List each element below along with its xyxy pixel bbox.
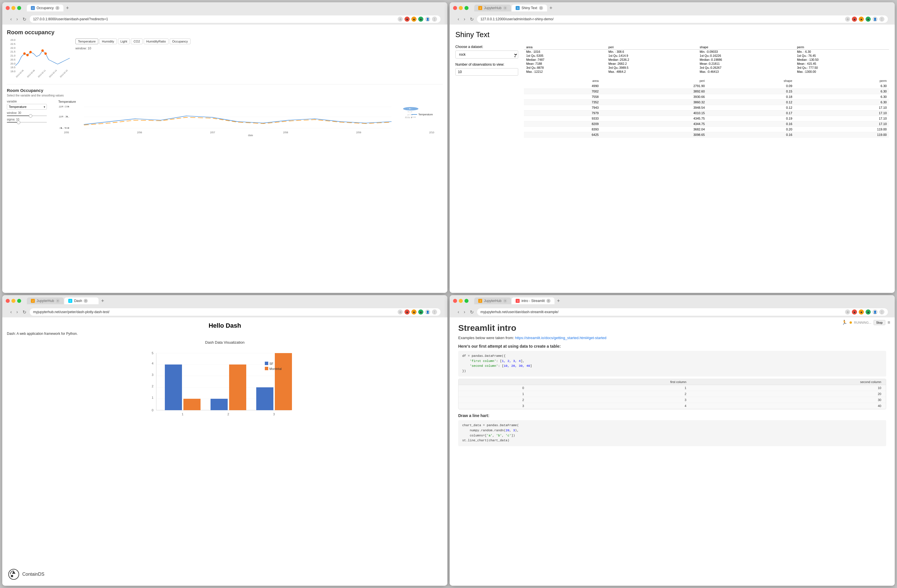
minimize-button-2[interactable]: [459, 6, 463, 10]
close-button-1[interactable]: [6, 6, 10, 10]
svg-text:21: 21: [58, 115, 70, 118]
menu-icon-3[interactable]: ⋮: [432, 309, 437, 315]
menu-icon-4[interactable]: ⋮: [879, 309, 885, 315]
back-button-4[interactable]: ‹: [456, 309, 460, 315]
btn-occupancy[interactable]: Occupancy: [170, 38, 191, 44]
profile-icon-1[interactable]: 👤: [425, 17, 430, 22]
tab-close-occupancy[interactable]: ×: [55, 6, 60, 10]
tab-close-streamlit[interactable]: ×: [546, 299, 551, 303]
back-button-1[interactable]: ‹: [9, 16, 13, 22]
tab-dash[interactable]: D Dash ×: [64, 298, 98, 304]
window-dash: J JupyterHub × D Dash × + ‹ › ↻ myjupyte…: [2, 295, 447, 586]
code-block-2: chart_data = pandas.DataFrame( numpy.ran…: [458, 420, 886, 446]
forward-button-2[interactable]: ›: [462, 16, 466, 22]
tab-close-jh-2[interactable]: ×: [503, 6, 507, 10]
back-button-2[interactable]: ‹: [456, 16, 460, 22]
ext-icon-8: ■: [411, 309, 416, 315]
svg-text:SF: SF: [269, 362, 273, 365]
forward-button-4[interactable]: ›: [462, 309, 466, 315]
variable-select[interactable]: Temperature: [7, 104, 47, 110]
maximize-button-2[interactable]: [464, 6, 468, 10]
btn-temperature[interactable]: Temperature: [75, 38, 98, 44]
btn-humidity[interactable]: Humidity: [99, 38, 117, 44]
new-tab-button-4[interactable]: +: [555, 298, 562, 304]
tab-shiny[interactable]: S Shiny Text ×: [512, 5, 547, 11]
tab-jupyterhub-2[interactable]: J JupyterHub ×: [474, 5, 511, 11]
bookmark-icon-1[interactable]: ☆: [398, 17, 403, 22]
menu-icon-1[interactable]: ⋮: [432, 17, 437, 22]
sigma-slider-thumb[interactable]: [17, 121, 20, 124]
maximize-button-4[interactable]: [464, 299, 468, 303]
new-tab-button-1[interactable]: +: [64, 5, 71, 11]
sigma-slider-track: [7, 122, 47, 123]
svg-rect-30: [184, 399, 201, 410]
new-tab-button-2[interactable]: +: [548, 5, 554, 11]
reload-button-1[interactable]: ↻: [21, 16, 28, 23]
observations-input[interactable]: [455, 68, 518, 76]
addressbar-1: ‹ › ↻ 127.0.0.1:8000/user/dan/dash-panel…: [6, 14, 444, 24]
tab-close-jh-3[interactable]: ×: [56, 299, 60, 303]
traffic-lights-4: [453, 299, 468, 303]
bookmark-icon-2[interactable]: ☆: [845, 17, 850, 22]
forward-button-3[interactable]: ›: [15, 309, 19, 315]
profile-icon-2[interactable]: 👤: [873, 17, 877, 22]
reload-button-2[interactable]: ↻: [469, 16, 475, 23]
dataset-select[interactable]: rock: [455, 50, 518, 58]
tab-occupancy[interactable]: O Occupancy ×: [27, 5, 63, 11]
data-col-perm: perm: [794, 78, 889, 83]
address-input-4[interactable]: myjupyterhub.net/user/dan/dash-streamlit…: [477, 308, 888, 316]
menu-icon-2[interactable]: ⋮: [879, 17, 885, 22]
btn-light[interactable]: Light: [118, 38, 130, 44]
code-block-1: df = pandas.DataFrame({ 'first column': …: [458, 351, 886, 376]
close-button-2[interactable]: [453, 6, 457, 10]
btn-humidity-ratio[interactable]: HumidityRatio: [144, 38, 168, 44]
reload-button-3[interactable]: ↻: [21, 309, 28, 315]
hamburger-icon[interactable]: ≡: [888, 320, 890, 325]
stop-button[interactable]: Stop: [874, 320, 885, 325]
tab-close-shiny[interactable]: ×: [539, 6, 543, 10]
tab-streamlit[interactable]: S intro - Streamlit ×: [512, 298, 554, 304]
bar-chart-svg: 0 1 2 3 4 5: [7, 347, 443, 422]
maximize-button-1[interactable]: [17, 6, 21, 10]
forward-button-1[interactable]: ›: [15, 16, 19, 22]
tab-close-jh-4[interactable]: ×: [503, 299, 507, 303]
svg-point-0: [23, 52, 25, 55]
tab-close-dash[interactable]: ×: [84, 299, 88, 303]
svg-point-43: [11, 575, 13, 577]
svg-point-4: [44, 52, 47, 55]
minimize-button-1[interactable]: [11, 6, 15, 10]
minimize-button-4[interactable]: [459, 299, 463, 303]
observations-label: Number of observations to view:: [455, 63, 518, 67]
close-button-3[interactable]: [6, 299, 10, 303]
tab-jupyterhub-3[interactable]: J JupyterHub ×: [27, 298, 64, 304]
titlebar-streamlit: J JupyterHub × S intro - Streamlit × + ‹…: [450, 295, 895, 318]
window-slider-thumb[interactable]: [29, 114, 32, 118]
btn-co2[interactable]: CO2: [131, 38, 142, 44]
minimize-button-3[interactable]: [11, 299, 15, 303]
bookmark-icon-3[interactable]: ☆: [398, 309, 403, 315]
temperature-chart-section: Temperature 23 21 19: [58, 100, 443, 136]
variable-select-wrapper: Temperature: [7, 104, 47, 110]
svg-rect-33: [256, 387, 273, 410]
titlebar-dash: J JupyterHub × D Dash × + ‹ › ↻ myjupyte…: [2, 295, 447, 318]
back-button-3[interactable]: ‹: [9, 309, 13, 315]
metric-buttons: Temperature Humidity Light CO2 HumidityR…: [75, 38, 443, 44]
address-text-3: myjupyterhub.net/user/peter/dash-plotly-…: [33, 310, 109, 314]
bookmark-icon-4[interactable]: ☆: [845, 309, 850, 315]
address-input-3[interactable]: myjupyterhub.net/user/peter/dash-plotly-…: [30, 308, 441, 316]
address-text-1: 127.0.0.1:8000/user/dan/dash-panel/?redi…: [33, 17, 108, 21]
new-tab-button-3[interactable]: +: [99, 298, 106, 304]
tab-jupyterhub-4[interactable]: J JupyterHub ×: [474, 298, 511, 304]
close-button-4[interactable]: [453, 299, 457, 303]
streamlit-link[interactable]: https://streamlit.io/docs/getting_starte…: [515, 336, 606, 340]
maximize-button-3[interactable]: [17, 299, 21, 303]
content-occupancy: Room occupancy 23.022.522.021.521.020.52…: [2, 24, 447, 293]
bar-chart: 0 1 2 3 4 5: [7, 347, 443, 422]
reload-button-4[interactable]: ↻: [469, 309, 475, 315]
profile-icon-4[interactable]: 👤: [873, 309, 877, 315]
dash-subtitle: Dash: A web application framework for Py…: [7, 332, 443, 336]
running-dot: [850, 321, 852, 324]
profile-icon-3[interactable]: 👤: [425, 309, 430, 315]
address-input-1[interactable]: 127.0.0.1:8000/user/dan/dash-panel/?redi…: [30, 15, 441, 23]
address-input-2[interactable]: 127.0.0.1:12000/user/admin/dash-r-shiny-…: [477, 15, 888, 23]
